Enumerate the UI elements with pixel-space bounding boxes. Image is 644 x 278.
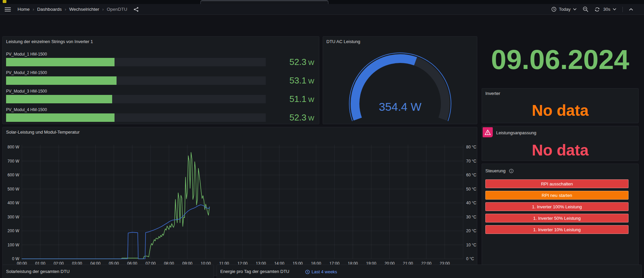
browser-tab[interactable]: [200, 0, 328, 4]
bar-gauge: [6, 95, 266, 103]
bar-value: 52.3 W: [254, 112, 314, 123]
chevron-up-icon: [629, 8, 633, 11]
svg-text:70 °C: 70 °C: [466, 159, 476, 164]
breadcrumb-item-wechselrichter[interactable]: Wechselrichter: [69, 7, 99, 12]
bar-value-unit: W: [307, 115, 314, 122]
breadcrumb-item-opendtu[interactable]: OpenDTU: [107, 7, 127, 12]
bar-value-number: 52.3: [289, 57, 307, 67]
refresh-icon: [594, 7, 600, 12]
control-button-1[interactable]: RPI ausschalten: [485, 179, 629, 188]
control-button-3[interactable]: 1. Inverter 100% Leistung: [485, 202, 629, 211]
panel-energie-bottom-title: Energie pro Tag der gesamten DTU: [220, 269, 289, 274]
svg-text:10 °C: 10 °C: [466, 243, 476, 247]
svg-text:500 W: 500 W: [7, 187, 19, 192]
bar-value-unit: W: [307, 96, 314, 103]
leistungsanpassung-no-data-value: No data: [482, 141, 638, 159]
svg-text:200 W: 200 W: [7, 229, 19, 233]
info-icon[interactable]: [509, 169, 514, 173]
panel-timeseries[interactable]: Solar-Leistung und Modul-Temperatur 0 W0…: [2, 127, 477, 276]
svg-text:400 W: 400 W: [7, 201, 19, 205]
panel-ac-gauge-title: DTU AC Leistung: [326, 39, 360, 44]
bar-value-number: 52.3: [289, 112, 307, 123]
inverter-no-data-value: No data: [482, 101, 638, 119]
bar-value: 53.1 W: [254, 75, 314, 86]
svg-text:700 W: 700 W: [7, 159, 19, 164]
bar-gauge-fill: [6, 113, 115, 122]
dashboard-canvas: Leistung der einzelnen Strings von Inver…: [0, 15, 644, 278]
bar-gauge-fill: [6, 76, 117, 85]
panel-strings[interactable]: Leistung der einzelnen Strings von Inver…: [2, 36, 319, 124]
chevron-down-icon: [613, 8, 616, 11]
panel-inverter-title: Inverter: [485, 91, 500, 96]
breadcrumb-separator: ›: [65, 7, 66, 12]
svg-text:60 °C: 60 °C: [466, 173, 476, 177]
navbar-divider: [622, 7, 623, 12]
time-shift-link[interactable]: Last 4 weeks: [305, 269, 337, 274]
control-button-5[interactable]: 1. Inverter 10% Leistung: [485, 225, 629, 234]
zoom-out-button[interactable]: [583, 6, 588, 12]
share-icon[interactable]: [132, 5, 140, 13]
bar-label: PV_Modul_4 HM-1500: [6, 107, 47, 112]
zoom-out-icon: [583, 6, 588, 12]
svg-text:30 °C: 30 °C: [466, 215, 476, 219]
refresh-button[interactable]: [594, 7, 600, 12]
control-button-4[interactable]: 1. Inverter 50% Leistung: [485, 214, 629, 222]
ac-power-gauge: 354.4 W: [348, 51, 452, 123]
bar-value-number: 53.1: [289, 75, 307, 85]
bar-gauge-fill: [6, 58, 115, 66]
svg-text:40 °C: 40 °C: [466, 201, 476, 205]
panel-steuerung-title-row: Steuerung: [485, 168, 514, 173]
bar-value: 51.1 W: [254, 94, 314, 104]
breadcrumb-separator: ›: [33, 7, 34, 12]
panel-alert-icon[interactable]: [483, 127, 493, 137]
time-range-picker[interactable]: Today: [551, 7, 577, 12]
chevron-down-icon: [573, 8, 577, 11]
timeseries-chart[interactable]: 0 W0 °C100 W10 °C200 W20 °C300 W30 °C400…: [3, 127, 477, 276]
panel-strings-title: Leistung der einzelnen Strings von Inver…: [6, 39, 93, 44]
panel-date[interactable]: 09.06.2024: [482, 34, 639, 85]
breadcrumb-item-dashboards[interactable]: Dashboards: [37, 7, 62, 12]
menu-toggle-icon[interactable]: [3, 5, 12, 13]
svg-text:50 °C: 50 °C: [466, 187, 476, 192]
bar-value-number: 51.1: [289, 94, 307, 104]
browser-top-strip: [0, 0, 644, 4]
refresh-interval-label: 30s: [603, 7, 610, 12]
svg-text:300 W: 300 W: [7, 215, 19, 219]
collapse-topbar-button[interactable]: [629, 8, 633, 11]
bar-value-unit: W: [307, 59, 314, 66]
bar-gauge: [6, 113, 266, 122]
panel-energie-bottom[interactable]: Energie pro Tag der gesamten DTU Last 4 …: [217, 265, 642, 278]
svg-text:0 W: 0 W: [12, 256, 20, 261]
refresh-interval-dropdown[interactable]: 30s: [603, 7, 616, 12]
panel-leistungsanpassung-title: Leistungsanpassung: [496, 130, 536, 135]
svg-text:600 W: 600 W: [7, 173, 19, 177]
clock-icon: [551, 7, 556, 12]
panel-solarleistung-bottom[interactable]: Solarleistung der gesamten DTU: [2, 265, 214, 278]
svg-text:100 W: 100 W: [7, 243, 19, 247]
bar-value: 52.3 W: [254, 57, 314, 67]
bar-label: PV_Modul_1 HM-1500: [6, 52, 47, 57]
browser-favicon-icon: [3, 0, 6, 3]
time-range-label: Today: [559, 7, 571, 12]
bar-gauge: [6, 76, 266, 85]
bar-label: PV_Modul_3 HM-1500: [6, 89, 47, 94]
breadcrumb: Home›Dashboards›Wechselrichter›OpenDTU: [16, 7, 129, 12]
bar-gauge-fill: [6, 95, 112, 103]
svg-text:20 °C: 20 °C: [466, 229, 476, 233]
time-shift-label: Last 4 weeks: [312, 269, 337, 274]
bar-value-unit: W: [307, 78, 314, 85]
svg-text:800 W: 800 W: [7, 145, 19, 149]
control-button-2[interactable]: RPI neu starten: [485, 191, 629, 200]
panel-leistungsanpassung[interactable]: Leistungsanpassung No data: [482, 126, 639, 161]
svg-text:0 °C: 0 °C: [466, 256, 474, 261]
date-value: 09.06.2024: [491, 44, 629, 75]
panel-inverter[interactable]: Inverter No data: [482, 88, 639, 123]
panel-ac-gauge[interactable]: DTU AC Leistung 354.4 W: [323, 36, 477, 124]
breadcrumb-separator: ›: [102, 7, 104, 12]
panel-steuerung[interactable]: Steuerung RPI ausschaltenRPI neu starten…: [482, 164, 639, 275]
navbar: Home›Dashboards›Wechselrichter›OpenDTU T…: [0, 4, 644, 15]
svg-text:80 °C: 80 °C: [466, 145, 476, 149]
svg-text:354.4 W: 354.4 W: [379, 100, 422, 113]
breadcrumb-item-home[interactable]: Home: [18, 7, 30, 12]
clock-icon: [305, 270, 310, 274]
